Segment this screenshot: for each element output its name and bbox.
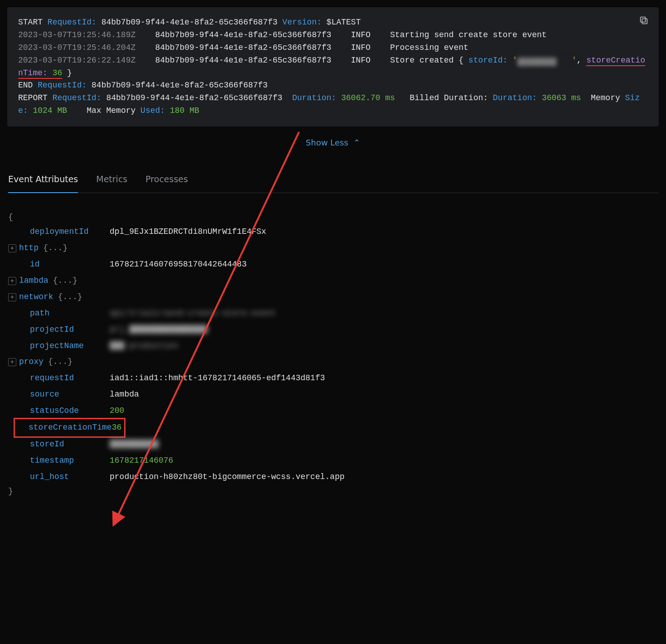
attr-key: requestId — [19, 372, 110, 385]
attr-source: source lambda — [8, 387, 658, 403]
event-attributes-panel: { deploymentId dpl_9EJx1BZEDRCTdi8nUMrW1… — [7, 193, 659, 507]
attr-value: 36 — [112, 421, 122, 434]
highlighted-attribute: storeCreationTime 36 — [17, 421, 122, 435]
attr-value-redacted: ██████████ — [110, 438, 159, 451]
attr-path: path api/trials/send-create-store-event — [8, 305, 658, 322]
log-text: START RequestId: 84bb7b09-9f44-4e1e-8fa2… — [18, 16, 648, 117]
attr-url_host: url_host production-h80zhz80t-bigcommerc… — [8, 469, 658, 485]
show-less-toggle[interactable]: Show Less ⌃ — [7, 136, 659, 150]
attr-projectName: projectName ███-production — [8, 338, 658, 354]
attr-key: proxy — [19, 356, 43, 368]
attr-value-redacted: ███-production — [110, 340, 178, 353]
attr-deploymentId: deploymentId dpl_9EJx1BZEDRCTdi8nUMrW1f1… — [8, 224, 658, 240]
attr-network[interactable]: + network {...} — [8, 289, 658, 305]
attr-http[interactable]: + http {...} — [8, 240, 658, 257]
expander-spacer — [8, 228, 16, 236]
attr-value: 200 — [110, 405, 124, 417]
plus-icon[interactable]: + — [8, 244, 16, 252]
attr-value: iad1::iad1::hmhtt-1678217146065-edf1443d… — [110, 372, 325, 385]
attr-key: projectName — [19, 340, 110, 353]
copy-icon[interactable] — [639, 15, 649, 25]
attr-key: path — [19, 307, 110, 320]
object-collapsed: {...} — [39, 242, 68, 255]
attr-value-redacted: prj_████████████████ — [110, 324, 208, 336]
attr-key: http — [19, 242, 39, 255]
object-collapsed: {...} — [48, 275, 77, 287]
attr-key: deploymentId — [19, 226, 110, 238]
attr-requestId: requestId iad1::iad1::hmhtt-167821714606… — [8, 370, 658, 387]
log-output-panel: START RequestId: 84bb7b09-9f44-4e1e-8fa2… — [7, 7, 659, 126]
attr-value: production-h80zhz80t-bigcommerce-wcss.ve… — [110, 471, 344, 484]
object-collapsed: {...} — [43, 356, 72, 368]
attr-value: 16782171460769581704426444​83 — [110, 258, 246, 271]
attr-proxy[interactable]: + proxy {...} — [8, 354, 658, 370]
tab-event-attributes[interactable]: Event Attributes — [8, 168, 78, 193]
attr-statusCode: statusCode 200 — [8, 403, 658, 419]
attr-key: lambda — [19, 275, 48, 287]
attr-value-redacted: api/trials/send-create-store-event — [110, 307, 276, 320]
tabs: Event Attributes Metrics Processes — [7, 168, 659, 193]
object-collapsed: {...} — [53, 291, 82, 304]
attr-storeId: storeId ██████████ — [8, 436, 658, 453]
attr-value: 1678217146076 — [110, 455, 173, 467]
tab-metrics[interactable]: Metrics — [96, 168, 127, 193]
json-open-brace: { — [8, 211, 658, 224]
plus-icon[interactable]: + — [8, 293, 16, 301]
attr-key: id — [19, 258, 110, 271]
attr-storeCreationTime: storeCreationTime 36 — [8, 419, 658, 436]
attr-value: lambda — [110, 388, 139, 401]
attr-key: storeCreationTime — [18, 421, 112, 434]
attr-projectId: projectId prj_████████████████ — [8, 322, 658, 338]
plus-icon[interactable]: + — [8, 358, 16, 366]
attr-key: projectId — [19, 324, 110, 336]
attr-key: source — [19, 388, 110, 401]
tab-processes[interactable]: Processes — [145, 168, 188, 193]
plus-icon[interactable]: + — [8, 277, 16, 285]
attr-key: storeId — [19, 438, 110, 451]
attr-key: network — [19, 291, 53, 304]
chevron-up-icon: ⌃ — [353, 138, 360, 147]
svg-rect-0 — [642, 19, 647, 24]
attr-key: statusCode — [19, 405, 110, 417]
attr-id: id 16782171460769581704426444​83 — [8, 257, 658, 273]
attr-timestamp: timestamp 1678217146076 — [8, 453, 658, 469]
svg-rect-1 — [641, 17, 646, 22]
attr-value: dpl_9EJx1BZEDRCTdi8nUMrW1f1E4FSx — [110, 226, 266, 238]
attr-lambda[interactable]: + lambda {...} — [8, 273, 658, 289]
attr-key: url_host — [19, 471, 110, 484]
attr-key: timestamp — [19, 455, 110, 467]
json-close-brace: } — [8, 485, 658, 498]
